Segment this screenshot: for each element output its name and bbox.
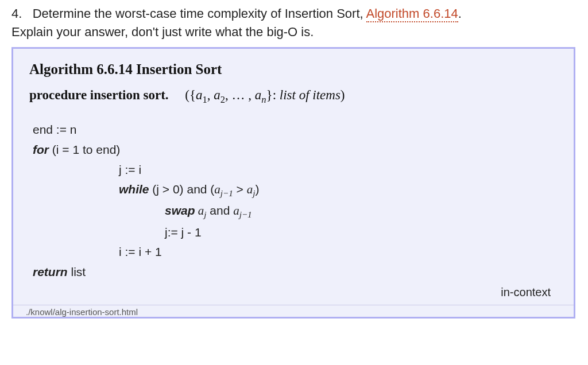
code-line-5: swap aj and aj−1: [33, 201, 558, 222]
code-line-4: while (j > 0) and (aj−1 > aj): [33, 180, 558, 201]
procedure-line: procedure insertion sort. ({a1, a2, … , …: [29, 88, 558, 106]
pseudocode-block: end := n for (i = 1 to end) j := i while…: [29, 120, 558, 282]
code-line-8: return list: [33, 262, 558, 282]
code-line-2: for (i = 1 to end): [33, 140, 558, 160]
question-text: 4. Determine the worst-case time complex…: [11, 5, 577, 41]
code-line-3: j := i: [33, 160, 558, 180]
source-path: ./knowl/alg-insertion-sort.html: [13, 305, 574, 317]
algorithm-box: Algorithm 6.6.14 Insertion Sort procedur…: [11, 47, 575, 319]
question-part1: Determine the worst-case time complexity…: [33, 6, 366, 21]
question-period: .: [458, 6, 462, 21]
procedure-keyword: procedure insertion sort.: [29, 88, 169, 102]
question-part2: Explain your answer, don't just write wh…: [11, 25, 314, 39]
code-line-1: end := n: [33, 120, 558, 140]
code-line-7: i := i + 1: [33, 242, 558, 262]
args-description: list of items: [280, 88, 341, 102]
question-number: 4.: [11, 6, 22, 21]
in-context-link[interactable]: in-context: [29, 282, 558, 300]
algorithm-link[interactable]: Algorithm 6.6.14: [366, 6, 458, 22]
code-line-6: j:= j - 1: [33, 223, 558, 243]
algorithm-title: Algorithm 6.6.14 Insertion Sort: [29, 61, 558, 77]
